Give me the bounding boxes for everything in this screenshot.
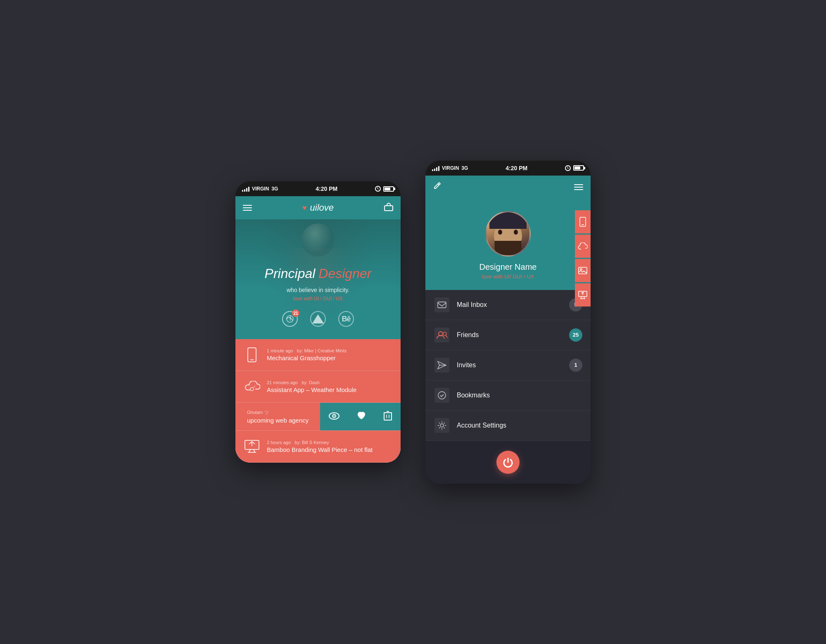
hero-subtitle-accent: love with UI / GUI / UX xyxy=(287,295,349,303)
phone-frame-2: VIRGIN 3G 4:20 PM xyxy=(425,161,591,484)
battery-icon-1 xyxy=(383,186,394,192)
view-action-icon[interactable] xyxy=(329,411,339,422)
hero-subtitle: who believe in simplicity. love with UI … xyxy=(287,285,349,303)
side-tab-cloud[interactable] xyxy=(575,235,591,258)
feed-content-1: 1 minute ago by: Mike | Creative Mints M… xyxy=(267,348,393,361)
time-2: 4:20 PM xyxy=(506,165,527,171)
time-1: 4:20 PM xyxy=(316,185,337,192)
menu-item-friends[interactable]: Friends 25 xyxy=(425,320,591,350)
account-settings-label: Account Settings xyxy=(457,422,582,429)
mail-icon-container xyxy=(434,297,450,313)
side-tab-image[interactable] xyxy=(575,259,591,282)
phone-inner-2: Designer Name love with UI/ GUI / UX xyxy=(425,176,591,484)
svg-line-14 xyxy=(249,449,250,452)
logout-button[interactable] xyxy=(496,451,520,474)
clock-icon-2 xyxy=(565,165,571,171)
svg-line-18 xyxy=(438,184,439,185)
profile-subtitle: love with UI/ GUI / UX xyxy=(482,273,534,280)
status-left-1: VIRGIN 3G xyxy=(242,186,278,192)
feed-meta-2: 21 minutes ago by: Dash xyxy=(267,380,393,385)
profile-avatar xyxy=(485,211,531,257)
screen2-menu: Mail Inbox 5 xyxy=(425,290,591,441)
hero-title: Principal Designer xyxy=(265,266,372,281)
hamburger-icon-2[interactable] xyxy=(574,184,583,190)
screen1-feed: 1 minute ago by: Mike | Creative Mints M… xyxy=(235,339,401,463)
invites-badge: 1 xyxy=(569,359,582,372)
feed-title-1: Mechanical Grasshopper xyxy=(267,354,393,361)
network-2: 3G xyxy=(461,165,468,171)
friends-icon-container xyxy=(434,327,450,343)
campaign-icon[interactable] xyxy=(310,311,326,327)
friends-badge: 25 xyxy=(569,328,582,342)
hamburger-icon-1[interactable] xyxy=(243,205,252,211)
status-right-2 xyxy=(565,165,584,171)
heart-icon: ♥ xyxy=(302,204,307,212)
invites-icon-bg xyxy=(434,358,449,373)
battery-fill-2 xyxy=(574,166,580,169)
feed-icon-4 xyxy=(243,437,261,456)
menu-item-settings[interactable]: Account Settings xyxy=(425,411,591,441)
feed-item-1[interactable]: 1 minute ago by: Mike | Creative Mints M… xyxy=(235,339,401,371)
svg-rect-8 xyxy=(384,413,392,420)
settings-icon-bg xyxy=(434,418,449,433)
invites-icon-container xyxy=(434,357,450,373)
feed-item-2[interactable]: 21 minutes ago by: Dash Assistant App – … xyxy=(235,371,401,403)
feed-meta-1: 1 minute ago by: Mike | Creative Mints xyxy=(267,348,393,353)
dribbble-icon[interactable]: 21 xyxy=(282,311,298,327)
status-right-1 xyxy=(375,186,394,192)
behance-text: Bē xyxy=(342,315,350,323)
side-tabs-right xyxy=(575,210,591,307)
hero-title-accent: Designer xyxy=(318,266,371,281)
profile-name: Designer Name xyxy=(479,262,537,272)
carrier-1: VIRGIN xyxy=(252,186,269,192)
clock-icon-1 xyxy=(375,186,381,192)
svg-point-21 xyxy=(443,332,446,335)
delete-action-icon[interactable] xyxy=(384,411,392,423)
feed-meta-4: 2 hours ago by: Bill S Kenney xyxy=(267,440,393,445)
bookmarks-icon-bg xyxy=(434,388,449,403)
screens-container: VIRGIN 3G 4:20 PM ♥ uilove xyxy=(235,161,591,484)
status-bar-1: VIRGIN 3G 4:20 PM xyxy=(235,181,401,196)
menu-item-bookmarks[interactable]: Bookmarks xyxy=(425,380,591,411)
status-left-2: VIRGIN 3G xyxy=(432,165,468,171)
feed-title-4: Bamboo Branding Wall Piece – not flat xyxy=(267,446,393,453)
screen2-header xyxy=(425,176,591,199)
mail-icon-bg xyxy=(434,297,449,312)
feed-title-2: Assistant App – Weather Module xyxy=(267,386,393,393)
svg-point-4 xyxy=(250,387,254,391)
carrier-2: VIRGIN xyxy=(442,165,459,171)
phone-inner-1: ♥ uilove xyxy=(235,196,401,463)
logo-area: ♥ uilove xyxy=(302,202,334,213)
invites-label: Invites xyxy=(457,361,569,369)
feed-icon-1 xyxy=(243,346,261,364)
battery-icon-2 xyxy=(573,165,584,171)
svg-line-15 xyxy=(254,449,255,452)
menu-item-mail[interactable]: Mail Inbox 5 xyxy=(425,290,591,320)
briefcase-icon[interactable] xyxy=(384,203,393,213)
like-action-icon[interactable] xyxy=(356,411,366,423)
menu-item-invites[interactable]: Invites 1 xyxy=(425,350,591,380)
triangle-shape xyxy=(312,314,324,323)
battery-fill-1 xyxy=(385,188,390,190)
behance-icon[interactable]: Bē xyxy=(338,311,354,327)
settings-icon-container xyxy=(434,417,450,434)
hero-title-main: Principal xyxy=(265,266,316,281)
pencil-icon[interactable] xyxy=(433,182,441,192)
feed-item-4[interactable]: 2 hours ago by: Bill S Kenney Bamboo Bra… xyxy=(235,431,401,463)
svg-rect-28 xyxy=(579,267,587,274)
network-1: 3G xyxy=(271,186,278,192)
feed-item-3[interactable]: Ghulam ツ upcoming web agency xyxy=(235,403,401,431)
logo-text: uilove xyxy=(310,202,334,213)
side-tab-monitor[interactable] xyxy=(575,283,591,307)
swipe-actions xyxy=(320,403,401,430)
svg-rect-19 xyxy=(438,302,446,308)
friends-icon-bg xyxy=(434,328,449,342)
side-tab-phone[interactable] xyxy=(575,210,591,233)
screen2-profile: Designer Name love with UI/ GUI / UX xyxy=(425,199,591,290)
phone-frame-1: VIRGIN 3G 4:20 PM ♥ uilove xyxy=(235,181,401,463)
svg-point-29 xyxy=(580,269,582,270)
dribbble-badge: 21 xyxy=(292,309,299,317)
feed-icon-2 xyxy=(243,378,261,396)
svg-point-25 xyxy=(440,424,444,427)
status-bar-2: VIRGIN 3G 4:20 PM xyxy=(425,161,591,176)
